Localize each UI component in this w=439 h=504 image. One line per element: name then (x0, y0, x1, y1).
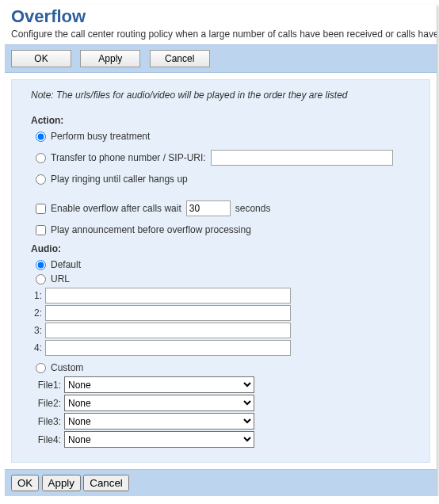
apply-button-bottom[interactable]: Apply (42, 475, 81, 491)
file-label-4: File4: (31, 434, 61, 445)
audio-url-label: URL (51, 273, 70, 284)
action-busy-radio[interactable] (36, 132, 46, 142)
audio-default-radio[interactable] (36, 260, 46, 270)
url-num-4: 4: (31, 342, 42, 353)
url-input-2[interactable] (45, 305, 291, 321)
url-num-1: 1: (31, 290, 42, 301)
action-label: Action: (31, 115, 417, 126)
ok-button[interactable]: OK (11, 50, 71, 67)
action-ringing-radio[interactable] (36, 174, 46, 185)
top-button-bar: OK Apply Cancel (5, 44, 437, 73)
action-transfer-radio[interactable] (36, 153, 46, 163)
file-select-1[interactable]: None (64, 376, 254, 393)
file-select-4[interactable]: None (64, 431, 254, 448)
url-num-2: 2: (31, 307, 42, 319)
audio-custom-label: Custom (51, 362, 83, 373)
action-busy-label: Perform busy treatment (51, 131, 150, 142)
url-input-4[interactable] (45, 340, 291, 356)
action-transfer-label: Transfer to phone number / SIP-URI: (51, 152, 206, 163)
enable-overflow-label-post: seconds (235, 203, 271, 214)
settings-panel: Note: The urls/files for audio/video wil… (11, 79, 430, 463)
ok-button-bottom[interactable]: OK (11, 475, 39, 491)
page-description: Configure the call center routing policy… (11, 29, 437, 40)
audio-default-label: Default (51, 259, 81, 270)
url-input-3[interactable] (45, 323, 291, 338)
play-announcement-label: Play announcement before overflow proces… (51, 224, 251, 235)
cancel-button-bottom[interactable]: Cancel (83, 475, 129, 491)
enable-overflow-label-pre: Enable overflow after calls wait (51, 203, 181, 214)
order-note: Note: The urls/files for audio/video wil… (31, 90, 417, 101)
url-num-3: 3: (31, 325, 42, 336)
file-select-3[interactable]: None (64, 413, 254, 430)
overflow-wait-input[interactable] (186, 200, 231, 216)
audio-url-radio[interactable] (36, 274, 46, 284)
bottom-button-bar: OK Apply Cancel (5, 469, 437, 496)
play-announcement-checkbox[interactable] (36, 225, 46, 235)
action-ringing-label: Play ringing until caller hangs up (51, 174, 188, 185)
audio-custom-radio[interactable] (36, 363, 46, 373)
file-select-2[interactable]: None (64, 395, 254, 411)
transfer-target-input[interactable] (211, 150, 393, 166)
file-label-1: File1: (31, 380, 61, 391)
enable-overflow-checkbox[interactable] (36, 204, 46, 214)
file-label-3: File3: (31, 416, 61, 427)
url-input-1[interactable] (45, 288, 291, 304)
cancel-button[interactable]: Cancel (150, 50, 210, 67)
page-title: Overflow (11, 6, 437, 27)
audio-label: Audio: (31, 243, 417, 254)
file-label-2: File2: (31, 398, 61, 409)
apply-button[interactable]: Apply (80, 50, 140, 67)
